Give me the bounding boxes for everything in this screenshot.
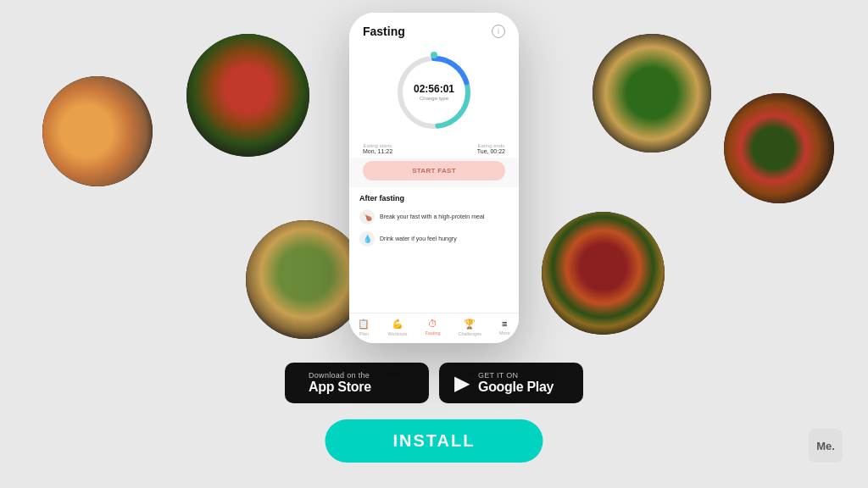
workouts-icon: 💪 bbox=[392, 319, 403, 330]
tip-1-item: 🍗 Break your fast with a high-protein me… bbox=[349, 206, 519, 228]
info-icon[interactable]: i bbox=[492, 25, 505, 38]
circle-time: 02:56:01 Change type bbox=[414, 84, 454, 101]
tip-1-text: Break your fast with a high-protein meal bbox=[380, 213, 484, 220]
eating-starts-value: Mon, 11:22 bbox=[363, 148, 392, 154]
change-type[interactable]: Change type bbox=[414, 96, 454, 101]
tip-2-icon: 💧 bbox=[359, 231, 375, 247]
app-store-text: Download on the App Store bbox=[309, 371, 371, 395]
google-play-sub-label: GET IT ON bbox=[478, 371, 554, 380]
app-store-main-label: App Store bbox=[309, 380, 371, 395]
timer-circle: 02:56:01 Change type bbox=[392, 50, 476, 135]
eating-ends-block: Eating ends Tue, 00:22 bbox=[477, 143, 505, 154]
phone-title: Fasting bbox=[363, 25, 405, 38]
nav-fasting[interactable]: ⏱ Fasting bbox=[425, 319, 440, 336]
phone-header: Fasting i bbox=[349, 13, 519, 43]
after-fasting-title: After fasting bbox=[349, 187, 519, 206]
more-icon: ≡ bbox=[502, 319, 507, 329]
me-badge: Me. bbox=[809, 429, 843, 463]
timer-display: 02:56:01 bbox=[414, 84, 454, 94]
challenges-icon: 🏆 bbox=[464, 319, 476, 330]
more-label: More bbox=[499, 330, 510, 336]
tip-2-item: 💧 Drink water if you feel hungry bbox=[349, 228, 519, 250]
phone-nav: 📋 Plan 💪 Workouts ⏱ Fasting 🏆 Challenges… bbox=[349, 313, 519, 343]
food-bowl-1 bbox=[42, 76, 153, 186]
fasting-icon: ⏱ bbox=[428, 319, 437, 329]
tip-1-icon: 🍗 bbox=[359, 209, 375, 225]
nav-more[interactable]: ≡ More bbox=[499, 319, 510, 336]
food-bowl-4 bbox=[724, 93, 834, 203]
food-bowl-3 bbox=[593, 34, 711, 152]
store-buttons: Download on the App Store ▶ GET IT ON Go… bbox=[285, 363, 583, 403]
workouts-label: Workouts bbox=[387, 331, 407, 336]
food-bowl-2 bbox=[186, 34, 309, 157]
google-play-button[interactable]: ▶ GET IT ON Google Play bbox=[439, 363, 583, 403]
app-store-button[interactable]: Download on the App Store bbox=[285, 363, 429, 403]
tip-2-text: Drink water if you feel hungry bbox=[380, 235, 457, 242]
food-bowl-5 bbox=[246, 220, 364, 339]
google-play-text: GET IT ON Google Play bbox=[478, 371, 554, 395]
fasting-circle-area: 02:56:01 Change type bbox=[349, 43, 519, 138]
plan-label: Plan bbox=[359, 331, 369, 336]
fasting-label: Fasting bbox=[425, 330, 440, 336]
install-button[interactable]: INSTALL bbox=[326, 419, 543, 463]
phone-screen: Fasting i 02:56:01 Change type Eating st… bbox=[349, 13, 519, 343]
nav-plan[interactable]: 📋 Plan bbox=[358, 319, 370, 336]
plan-icon: 📋 bbox=[358, 319, 370, 330]
eating-ends-value: Tue, 00:22 bbox=[477, 148, 505, 154]
eating-times: Eating starts Mon, 11:22 Eating ends Tue… bbox=[349, 138, 519, 158]
nav-challenges[interactable]: 🏆 Challenges bbox=[458, 319, 481, 336]
google-play-main-label: Google Play bbox=[478, 380, 554, 395]
food-bowl-6 bbox=[542, 212, 665, 335]
app-store-sub-label: Download on the bbox=[309, 371, 371, 380]
challenges-label: Challenges bbox=[458, 331, 481, 336]
nav-workouts[interactable]: 💪 Workouts bbox=[387, 319, 407, 336]
phone-mockup: Fasting i 02:56:01 Change type Eating st… bbox=[349, 13, 519, 343]
google-play-icon: ▶ bbox=[454, 373, 470, 393]
after-fasting-section: After fasting 🍗 Break your fast with a h… bbox=[349, 187, 519, 313]
dot-green bbox=[431, 52, 437, 58]
eating-starts-block: Eating starts Mon, 11:22 bbox=[363, 143, 392, 154]
start-fast-button[interactable]: START FAST bbox=[363, 161, 505, 180]
